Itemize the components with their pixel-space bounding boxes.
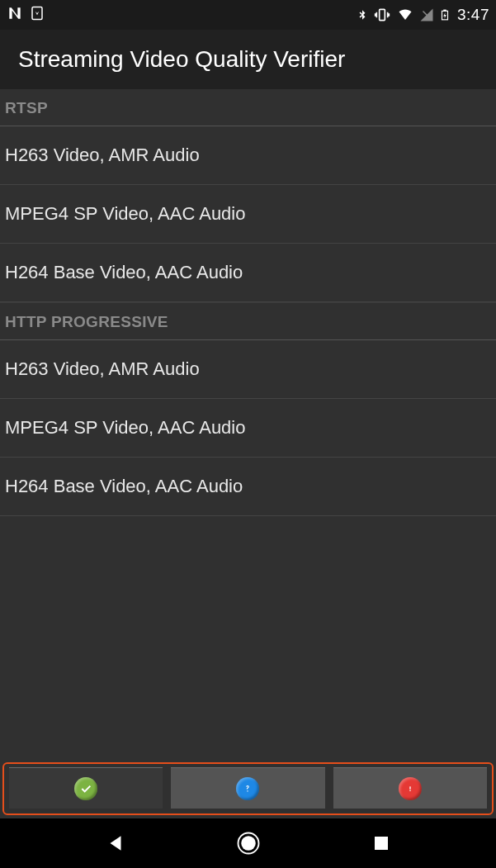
svg-rect-8 bbox=[375, 837, 388, 850]
app-bar: Streaming Video Quality Verifier bbox=[0, 30, 496, 89]
vibrate-icon bbox=[373, 7, 391, 23]
result-button-bar bbox=[2, 762, 494, 815]
svg-point-7 bbox=[242, 836, 257, 851]
pass-button[interactable] bbox=[9, 767, 163, 809]
info-button[interactable] bbox=[171, 767, 324, 809]
list-item[interactable]: H264 Base Video, AAC Audio bbox=[0, 244, 496, 302]
check-icon bbox=[74, 777, 97, 800]
svg-rect-5 bbox=[409, 790, 410, 790]
signal-icon bbox=[419, 7, 434, 22]
fail-button[interactable] bbox=[333, 767, 487, 809]
list-item[interactable]: MPEG4 SP Video, AAC Audio bbox=[0, 185, 496, 244]
android-n-icon bbox=[7, 5, 23, 26]
status-bar: 3:47 bbox=[0, 0, 496, 30]
nav-home-button[interactable] bbox=[236, 831, 261, 856]
download-icon bbox=[30, 5, 45, 26]
list-item[interactable]: MPEG4 SP Video, AAC Audio bbox=[0, 399, 496, 458]
svg-rect-4 bbox=[409, 786, 410, 789]
nav-recents-button[interactable] bbox=[371, 833, 391, 853]
wifi-icon bbox=[396, 7, 414, 22]
section-header-rtsp: RTSP bbox=[0, 89, 496, 126]
battery-charging-icon bbox=[439, 6, 451, 24]
section-header-http-progressive: HTTP PROGRESSIVE bbox=[0, 302, 496, 340]
app-title: Streaming Video Quality Verifier bbox=[18, 46, 345, 73]
navigation-bar bbox=[0, 818, 496, 868]
list-item[interactable]: H263 Video, AMR Audio bbox=[0, 126, 496, 185]
bluetooth-icon bbox=[357, 6, 368, 24]
question-icon bbox=[236, 777, 259, 800]
list-item[interactable]: H264 Base Video, AAC Audio bbox=[0, 458, 496, 516]
svg-rect-1 bbox=[380, 9, 385, 20]
status-clock: 3:47 bbox=[457, 6, 489, 24]
nav-back-button[interactable] bbox=[105, 832, 126, 854]
exclamation-icon bbox=[399, 777, 422, 800]
svg-rect-3 bbox=[443, 10, 446, 12]
test-list: RTSP H263 Video, AMR Audio MPEG4 SP Vide… bbox=[0, 89, 496, 762]
list-item[interactable]: H263 Video, AMR Audio bbox=[0, 340, 496, 399]
